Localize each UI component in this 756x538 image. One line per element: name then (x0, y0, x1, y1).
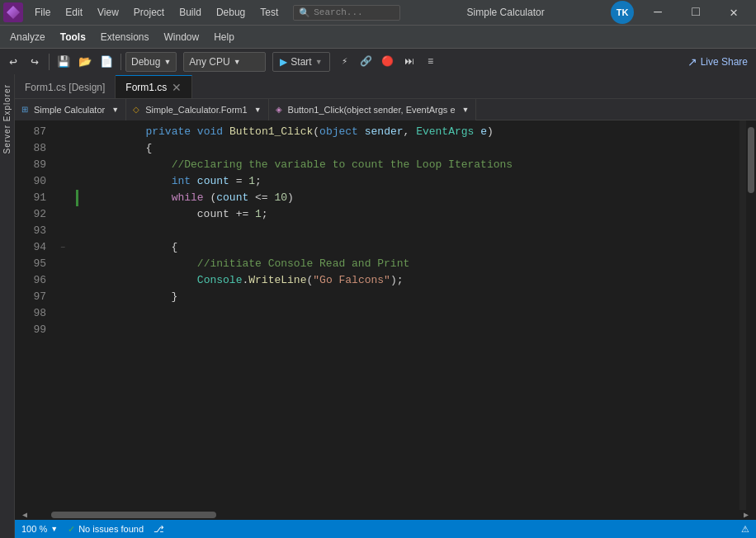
code-token (94, 272, 197, 289)
code-content: 87888990919293949596979899 − private voi… (15, 120, 756, 510)
new-file-button[interactable]: 📄 (97, 52, 116, 72)
change-indicator (69, 305, 84, 322)
minimize-button[interactable]: — (639, 0, 677, 25)
fold-indicator (56, 190, 69, 206)
hscroll-left-arrow[interactable]: ◀ (15, 510, 35, 520)
editor-area: Form1.cs [Design] Form1.cs ✕ ⊞ Simple Ca… (15, 74, 756, 538)
redo-button[interactable]: ↪ (25, 52, 45, 72)
start-dropdown-arrow: ▼ (315, 58, 323, 66)
toolbar-window[interactable]: Window (158, 30, 206, 45)
code-token: 10 (274, 190, 287, 206)
editor-hscroll[interactable]: ◀ ▶ (15, 510, 756, 520)
code-token: WriteLine (248, 272, 306, 289)
tab-form1-design-label: Form1.cs [Design] (25, 82, 105, 93)
status-warnings[interactable]: ⚠ (741, 524, 749, 535)
debug-config-dropdown[interactable]: Debug ▼ (125, 52, 177, 72)
code-token (94, 124, 145, 140)
menu-view[interactable]: View (91, 5, 125, 20)
code-token: . (242, 272, 248, 289)
editor-vscroll[interactable] (746, 120, 756, 510)
platform-label: Any CPU (189, 56, 229, 68)
method-icon: ◈ (276, 105, 282, 114)
change-indicator (69, 173, 84, 190)
secondary-toolbar: Analyze Tools Extensions Window Help (0, 25, 756, 48)
menu-build[interactable]: Build (172, 5, 208, 20)
save-button[interactable]: 💾 (54, 52, 73, 72)
code-token: 1 (255, 206, 262, 223)
menu-edit[interactable]: Edit (59, 5, 89, 20)
menu-debug[interactable]: Debug (210, 5, 252, 20)
change-indicator (69, 289, 84, 305)
code-line[interactable]: private void Button1_Click(object sender… (94, 124, 739, 140)
window-title: Simple Calculator (402, 7, 609, 18)
code-token: int (172, 173, 191, 190)
profiler-button[interactable]: ⚡ (335, 52, 355, 72)
toolbar-analyze[interactable]: Analyze (3, 30, 52, 45)
code-token (94, 256, 197, 272)
fold-indicator (56, 256, 69, 272)
code-line[interactable]: count += 1; (94, 206, 739, 223)
start-button[interactable]: ▶ Start ▼ (272, 52, 329, 72)
code-line[interactable]: { (94, 239, 739, 256)
code-token: count (197, 173, 229, 190)
close-button[interactable]: ✕ (715, 0, 753, 25)
main-toolbar: ↩ ↪ 💾 📂 📄 Debug ▼ Any CPU ▼ ▶ Start ▼ ⚡ … (0, 48, 756, 74)
fold-indicator[interactable]: − (56, 239, 69, 256)
undo-button[interactable]: ↩ (3, 52, 23, 72)
hscroll-right-arrow[interactable]: ▶ (736, 510, 756, 520)
maximize-button[interactable]: □ (677, 0, 715, 25)
warning-icon: ⚠ (741, 524, 749, 535)
code-line[interactable]: { (94, 140, 739, 157)
code-token: { (94, 239, 177, 256)
line-number: 96 (15, 272, 46, 289)
code-lines[interactable]: private void Button1_Click(object sender… (84, 120, 739, 510)
class-dropdown[interactable]: ⊞ Simple Calculator ▼ (15, 99, 126, 120)
menu-test[interactable]: Test (253, 5, 285, 20)
status-git[interactable]: ⎇ (154, 524, 164, 535)
code-token (94, 190, 172, 206)
code-token: count += (94, 206, 255, 223)
code-editor[interactable]: 87888990919293949596979899 − private voi… (15, 120, 756, 520)
fold-indicator (56, 173, 69, 190)
toolbar-help[interactable]: Help (207, 30, 241, 45)
tab-form1-cs[interactable]: Form1.cs ✕ (116, 75, 192, 98)
editor-hscroll-thumb[interactable] (51, 512, 216, 518)
editor-vscroll-thumb[interactable] (748, 127, 754, 193)
fold-indicator (56, 305, 69, 322)
liveshare-button[interactable]: ↗ Live Share (683, 54, 753, 70)
vs-logo (3, 2, 23, 22)
fold-indicator (56, 124, 69, 140)
code-line[interactable]: Console.WriteLine("Go Falcons"); (94, 272, 739, 289)
breakpoints-button[interactable]: 🔴 (378, 52, 398, 72)
code-line[interactable]: while (count <= 10) (94, 190, 739, 206)
code-line[interactable]: } (94, 289, 739, 305)
tab-form1-cs-close[interactable]: ✕ (172, 81, 182, 94)
code-line[interactable] (94, 322, 739, 338)
search-bar[interactable]: 🔍 Search... (293, 5, 400, 21)
status-bar: 100 % ▼ ✓ No issues found ⎇ ⚠ (15, 520, 756, 538)
code-line[interactable] (94, 305, 739, 322)
code-line[interactable] (94, 223, 739, 239)
fold-indicator (56, 206, 69, 223)
fold-indicator (56, 322, 69, 338)
tab-form1-design[interactable]: Form1.cs [Design] (15, 75, 116, 98)
step-over-button[interactable]: ⏭ (399, 52, 419, 72)
code-line[interactable]: int count = 1; (94, 173, 739, 190)
status-issues[interactable]: ✓ No issues found (68, 524, 144, 535)
toolbar-extensions[interactable]: Extensions (94, 30, 156, 45)
menu-file[interactable]: File (28, 5, 57, 20)
namespace-dropdown[interactable]: ◇ Simple_Calculator.Form1 ▼ (126, 99, 268, 120)
fold-indicator (56, 289, 69, 305)
more-tools-button[interactable]: ≡ (421, 52, 441, 72)
attach-button[interactable]: 🔗 (357, 52, 376, 72)
open-file-button[interactable]: 📂 (75, 52, 95, 72)
toolbar-tools[interactable]: Tools (54, 30, 92, 45)
code-token: ) (287, 190, 294, 206)
status-zoom[interactable]: 100 % ▼ (21, 524, 58, 534)
change-indicator (69, 239, 84, 256)
code-line[interactable]: //Declaring the variable to count the Lo… (94, 157, 739, 173)
method-dropdown[interactable]: ◈ Button1_Click(object sender, EventArgs… (269, 99, 477, 120)
code-line[interactable]: //initiate Console Read and Print (94, 256, 739, 272)
platform-dropdown[interactable]: Any CPU ▼ (183, 52, 266, 72)
menu-project[interactable]: Project (127, 5, 171, 20)
